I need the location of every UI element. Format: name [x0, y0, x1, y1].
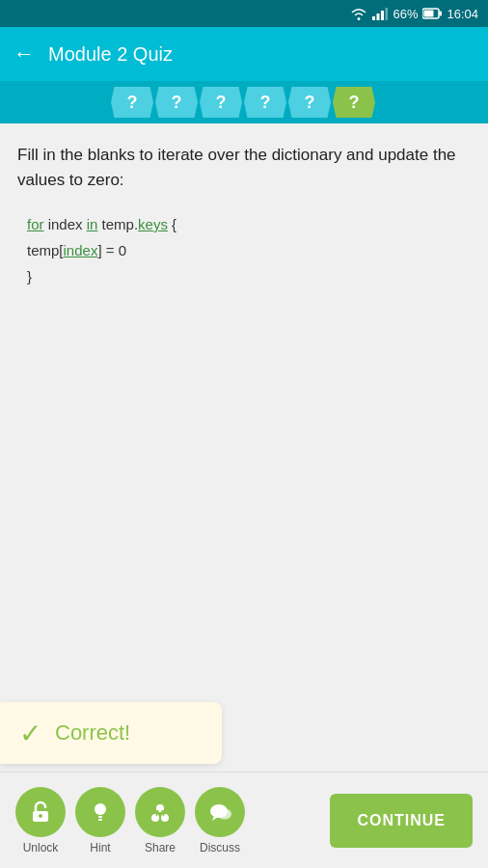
header-title: Module 2 Quiz [48, 43, 173, 66]
signal-icon [372, 7, 388, 20]
battery-text: 66% [393, 7, 418, 21]
code-text-index: index [48, 216, 87, 232]
progress-item-5[interactable]: ? [288, 87, 331, 118]
share-icon [147, 799, 174, 826]
status-icons: 66% 16:04 [350, 7, 478, 21]
discuss-item[interactable]: Discuss [195, 787, 245, 854]
hint-icon [88, 800, 113, 825]
bottom-icons-group: Unlock Hint [15, 787, 245, 854]
code-text-assign: ] = 0 [97, 242, 126, 258]
code-keyword-for: for [27, 216, 44, 232]
question-text: Fill in the blanks to iterate over the d… [17, 143, 471, 192]
time-text: 16:04 [447, 7, 478, 21]
discuss-icon [206, 799, 233, 826]
progress-bar: ? ? ? ? ? ? [0, 81, 488, 123]
header: ← Module 2 Quiz [0, 27, 488, 81]
svg-point-12 [151, 814, 159, 822]
correct-banner: ✓ Correct! [0, 702, 222, 764]
progress-item-1[interactable]: ? [111, 87, 153, 118]
svg-point-13 [161, 814, 169, 822]
svg-rect-2 [381, 11, 384, 20]
progress-item-3[interactable]: ? [200, 87, 242, 118]
back-button[interactable]: ← [14, 41, 35, 67]
correct-label: Correct! [55, 720, 130, 746]
svg-rect-1 [377, 14, 380, 20]
hint-item[interactable]: Hint [75, 787, 125, 854]
wifi-icon [350, 7, 367, 20]
hint-label: Hint [90, 841, 110, 854]
discuss-label: Discuss [200, 841, 240, 854]
share-item[interactable]: Share [135, 787, 185, 854]
svg-rect-0 [372, 16, 375, 20]
main-content: Fill in the blanks to iterate over the d… [0, 123, 488, 772]
unlock-icon [28, 800, 53, 825]
share-icon-circle [135, 787, 185, 837]
svg-rect-11 [98, 819, 102, 821]
check-icon: ✓ [19, 718, 41, 749]
svg-rect-6 [424, 11, 434, 17]
unlock-icon-circle [15, 787, 66, 837]
code-text-brace: { [168, 216, 176, 232]
share-label: Share [145, 841, 176, 854]
status-bar: 66% 16:04 [0, 0, 488, 27]
progress-item-4[interactable]: ? [244, 87, 286, 118]
code-line-3: } [27, 263, 471, 289]
progress-item-6[interactable]: ? [333, 87, 375, 118]
code-line-2: temp[index] = 0 [27, 237, 471, 263]
code-link-index: index [64, 242, 98, 258]
code-text-temp2: temp[ [27, 242, 64, 258]
hint-icon-circle [75, 787, 125, 837]
svg-rect-10 [98, 816, 102, 818]
progress-item-2[interactable]: ? [155, 87, 198, 118]
code-keyword-keys: keys [138, 216, 168, 232]
svg-point-9 [95, 803, 106, 815]
svg-rect-5 [440, 12, 443, 16]
unlock-label: Unlock [23, 841, 59, 854]
code-text-temp: temp. [102, 216, 139, 232]
code-keyword-in: in [87, 216, 98, 232]
continue-button[interactable]: CONTINUE [330, 794, 473, 848]
battery-icon [422, 8, 442, 19]
svg-point-8 [39, 814, 42, 818]
svg-rect-3 [386, 8, 389, 20]
code-line-1: for index in temp.keys { [27, 211, 471, 237]
code-block: for index in temp.keys { temp[index] = 0… [27, 211, 471, 289]
bottom-bar: Unlock Hint [0, 772, 488, 868]
svg-point-19 [218, 808, 231, 819]
code-text-close: } [27, 268, 32, 285]
unlock-item[interactable]: Unlock [15, 787, 66, 854]
discuss-icon-circle [195, 787, 245, 837]
